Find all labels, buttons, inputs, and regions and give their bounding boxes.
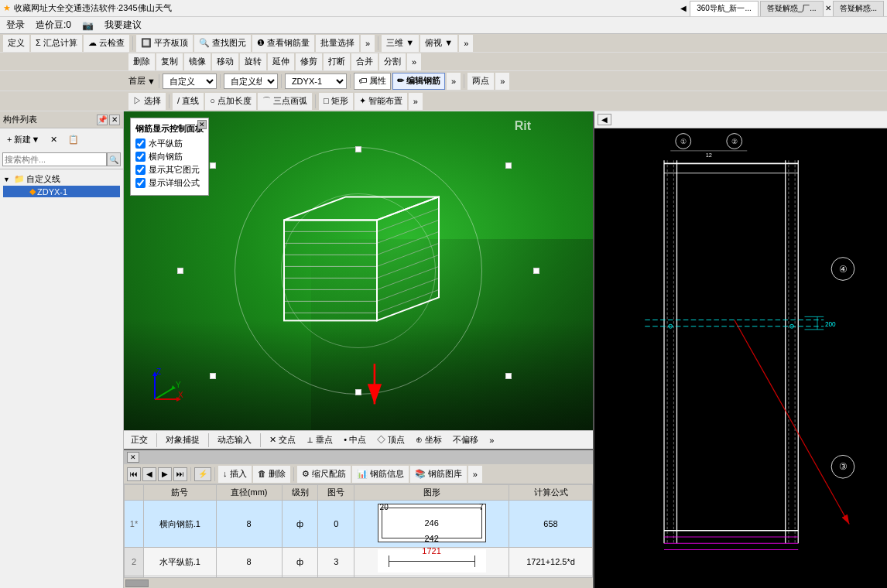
btn-point-length[interactable]: ○ 点加长度: [205, 93, 256, 110]
btn-select-tool[interactable]: ▷ 选择: [128, 93, 166, 110]
sidebar-copy-btn[interactable]: 📋: [63, 131, 84, 148]
status-more[interactable]: »: [485, 432, 498, 448]
btn-rotate[interactable]: 旋转: [240, 53, 266, 70]
table-more-btn[interactable]: »: [468, 466, 482, 483]
handle-top-center[interactable]: [355, 146, 361, 152]
tree-item-zdyx[interactable]: ◆ ZDYX-1: [3, 186, 120, 197]
handle-top-left[interactable]: [210, 162, 216, 169]
btn-batch-select[interactable]: 批量选择: [316, 35, 359, 52]
table-row[interactable]: 2 水平纵筋.1 8 ф 3: [125, 548, 593, 576]
table-lib-btn[interactable]: 📚 钢筋图库: [410, 466, 467, 483]
tree-item-folder[interactable]: ▼ 📁 自定义线: [3, 173, 120, 186]
status-nopian[interactable]: 不偏移: [449, 432, 482, 448]
handle-bot-center[interactable]: [355, 389, 361, 395]
sidebar-pin-btn[interactable]: 📌: [97, 115, 108, 125]
rebar-panel-close[interactable]: ✕: [197, 120, 207, 129]
rebar-check-hengxiang2[interactable]: 横向钢筋: [135, 151, 204, 162]
menu-zaojiadou[interactable]: 造价豆:0: [33, 19, 74, 32]
sidebar-search-btn[interactable]: 🔍: [107, 152, 121, 166]
cad-back-btn[interactable]: ◀: [598, 114, 611, 125]
btn-copy[interactable]: 复制: [156, 53, 183, 70]
status-jiaodian[interactable]: ✕ 交点: [265, 432, 300, 448]
btn-split[interactable]: 分割: [379, 53, 406, 70]
bookmark-wangzhi[interactable]: 网址大全: [31, 2, 65, 14]
btn-view[interactable]: 俯视 ▼: [420, 35, 457, 52]
line-select[interactable]: 自定义线: [224, 74, 278, 89]
nav-next[interactable]: ▶: [158, 467, 172, 481]
check-other[interactable]: [135, 165, 146, 175]
btn-rect[interactable]: □ 矩形: [319, 93, 353, 110]
rebar-check-hengxiang[interactable]: 水平纵筋: [135, 138, 204, 149]
table-close-btn[interactable]: ✕: [127, 452, 139, 463]
btn-property[interactable]: 🏷 属性: [354, 73, 391, 90]
check-hengxiang[interactable]: [135, 138, 146, 149]
menu-suggest[interactable]: 我要建议: [101, 19, 145, 32]
btn-delete[interactable]: 删除: [128, 53, 155, 70]
status-capture[interactable]: 对象捕捉: [162, 432, 204, 448]
handle-bot-left[interactable]: [210, 373, 216, 379]
table-delete-btn[interactable]: 🗑 删除: [253, 466, 290, 483]
btn-more-2[interactable]: »: [459, 35, 473, 52]
tab-close-1[interactable]: ✕: [825, 4, 831, 12]
tab-dayan1[interactable]: 答疑解惑_厂...: [760, 1, 824, 16]
btn-edit-rebar[interactable]: ✏ 编辑钢筋: [392, 73, 445, 90]
sidebar-search-input[interactable]: [2, 152, 107, 166]
sidebar-new-btn[interactable]: + 新建▼: [2, 131, 44, 148]
btn-trim[interactable]: 修剪: [296, 53, 322, 70]
status-chuidian[interactable]: ⊥ 垂点: [303, 432, 337, 448]
btn-extend[interactable]: 延伸: [268, 53, 294, 70]
btn-line[interactable]: / 直线: [173, 93, 204, 110]
nav-first[interactable]: ⏮: [127, 467, 141, 481]
view-3d-area[interactable]: ✕ 钢筋显示控制面板 水平纵筋 横向钢筋 显示其它图元 显示详细公式: [124, 111, 593, 430]
table-info-btn[interactable]: 📊 钢筋信息: [352, 466, 409, 483]
handle-bot-right[interactable]: [505, 373, 512, 379]
btn-3d[interactable]: 三维 ▼: [382, 35, 419, 52]
tab-dayan2[interactable]: 答疑解惑...: [833, 1, 884, 16]
status-zhengji[interactable]: 正交: [127, 432, 152, 448]
sidebar-del-btn[interactable]: ✕: [46, 131, 62, 148]
bookmark-foshan[interactable]: 佛山天气: [138, 2, 172, 14]
btn-more-5[interactable]: »: [409, 93, 423, 110]
scrollbar-thumb[interactable]: [125, 579, 149, 587]
code-select[interactable]: ZDYX-1: [285, 74, 347, 89]
btn-find-element[interactable]: 🔍 查找图元: [194, 35, 251, 52]
menu-login[interactable]: 登录: [3, 19, 28, 32]
btn-align-top[interactable]: 🔲 平齐板顶: [136, 35, 193, 52]
btn-more-4[interactable]: »: [495, 73, 509, 90]
handle-mid-left[interactable]: [177, 268, 183, 274]
btn-break[interactable]: 打断: [324, 53, 350, 70]
nav-last[interactable]: ⏭: [173, 467, 187, 481]
btn-merge[interactable]: 合并: [351, 53, 378, 70]
btn-cloud-check[interactable]: ☁ 云检查: [84, 35, 129, 52]
sidebar-close-btn[interactable]: ✕: [109, 115, 120, 125]
btn-summarize[interactable]: Σ 汇总计算: [31, 35, 82, 52]
btn-view-rebar[interactable]: ❶ 查看钢筋量: [252, 35, 314, 52]
table-scrollbar[interactable]: [124, 577, 593, 588]
rebar-check-formula[interactable]: 显示详细公式: [135, 177, 204, 189]
bookmark-ruanjian[interactable]: 软件·2345: [99, 2, 138, 14]
btn-two-point[interactable]: 两点: [467, 73, 494, 90]
table-row[interactable]: 1* 横向钢筋.1 8 ф 0 20 7: [125, 501, 593, 548]
btn-mirror[interactable]: 镜像: [184, 53, 211, 70]
btn-smart-layout[interactable]: ✦ 智能布置: [354, 93, 407, 110]
handle-top-right[interactable]: [505, 162, 512, 169]
rebar-check-other[interactable]: 显示其它图元: [135, 164, 204, 176]
nav-prev[interactable]: ◀: [142, 467, 156, 481]
table-insert-btn[interactable]: ↓ 插入: [218, 466, 252, 483]
check-formula[interactable]: [135, 178, 146, 188]
status-dingdian[interactable]: ◇ 顶点: [373, 432, 409, 448]
btn-more-edit[interactable]: »: [407, 53, 421, 70]
nav-lightning[interactable]: ⚡: [194, 467, 211, 481]
handle-mid-right[interactable]: [533, 268, 539, 274]
bookmark-jiaotong[interactable]: 交通违法: [65, 2, 99, 14]
bookmark-shoucang[interactable]: 收藏: [14, 2, 31, 14]
menu-screenshot[interactable]: 📷: [79, 20, 97, 31]
btn-more-1[interactable]: »: [361, 35, 375, 52]
btn-arc[interactable]: ⌒ 三点画弧: [258, 93, 312, 110]
btn-move[interactable]: 移动: [212, 53, 238, 70]
status-zuobiao[interactable]: ⊕ 坐标: [412, 432, 446, 448]
check-hengxiang2[interactable]: [135, 152, 146, 162]
btn-define[interactable]: 定义: [3, 35, 29, 52]
nav-back-btn[interactable]: ◀: [680, 4, 687, 12]
table-scale-btn[interactable]: ⚙ 缩尺配筋: [297, 466, 351, 483]
